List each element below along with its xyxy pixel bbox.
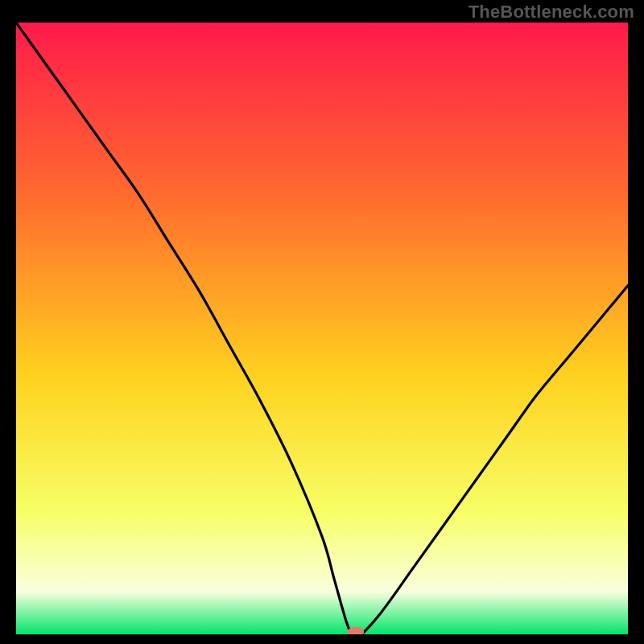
chart-stage: TheBottleneck.com bbox=[0, 0, 644, 644]
plot-area bbox=[16, 23, 628, 634]
watermark-text: TheBottleneck.com bbox=[469, 2, 634, 23]
gradient-background bbox=[16, 23, 628, 634]
plot-svg bbox=[16, 23, 628, 634]
optimum-marker bbox=[348, 627, 364, 634]
